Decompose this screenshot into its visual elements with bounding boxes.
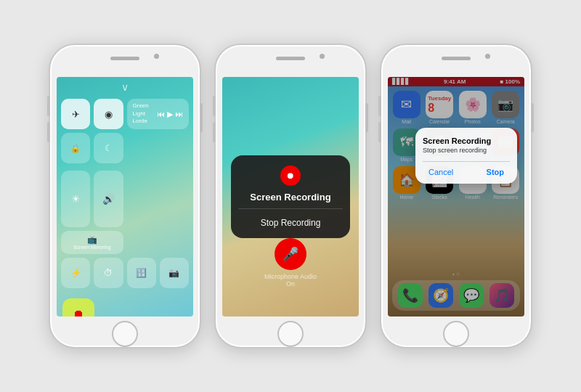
mic-audio-btn[interactable]: 🎤 <box>275 238 306 270</box>
brightness-slider[interactable]: ☀ <box>61 171 90 227</box>
alert-title: Screen Recording <box>423 136 510 145</box>
vol-down-button-3[interactable] <box>378 122 381 142</box>
screen-recording-alert: Screen Recording Stop screen recording C… <box>415 128 517 184</box>
screen-lock-btn[interactable]: 🔒 <box>61 133 90 163</box>
wifi-btn[interactable]: ◉ <box>94 99 123 129</box>
alert-overlay: Screen Recording Stop screen recording C… <box>388 77 524 317</box>
home-screen-bg: ▋▋▋▋ 9:41 AM ■ 100% ✉ Mail Tuesday8 Cale… <box>388 77 524 317</box>
iphone-1-screen: ∨ ✈ ◉ Green Light Lorde ⏮ ▶ ⏭ <box>57 77 193 317</box>
recording-popup: ⏺ Screen Recording Stop Recording <box>231 155 350 238</box>
play-btn[interactable]: ▶ <box>167 110 173 119</box>
alert-cancel-btn[interactable]: Cancel <box>423 166 459 178</box>
home-button-1[interactable] <box>112 321 138 347</box>
popup-divider <box>238 208 343 209</box>
screen-record-btn[interactable]: ⏺ <box>62 298 94 317</box>
iphone-3-screen: ▋▋▋▋ 9:41 AM ■ 100% ✉ Mail Tuesday8 Cale… <box>388 77 524 317</box>
side-button-2[interactable] <box>365 103 368 132</box>
side-button-3[interactable] <box>531 103 534 132</box>
vol-up-button[interactable] <box>47 96 50 116</box>
next-btn[interactable]: ⏭ <box>175 110 183 119</box>
do-not-disturb-btn[interactable]: ☾ <box>94 133 123 163</box>
iphone-2-screen: ⏺ Screen Recording Stop Recording 🎤 Micr… <box>222 77 359 317</box>
camera-btn[interactable]: 📷 <box>160 258 189 288</box>
iphone-3: ▋▋▋▋ 9:41 AM ■ 100% ✉ Mail Tuesday8 Cale… <box>380 44 532 348</box>
alert-divider <box>423 161 510 162</box>
stop-recording-btn[interactable]: Stop Recording <box>261 215 321 231</box>
music-info: Green Light Lorde <box>133 102 158 125</box>
alert-message: Stop screen recording <box>423 147 510 154</box>
home-button-2[interactable] <box>277 321 304 347</box>
screen-recording-bg: ⏺ Screen Recording Stop Recording 🎤 Micr… <box>222 77 359 317</box>
iphone-2: ⏺ Screen Recording Stop Recording 🎤 Micr… <box>214 44 367 348</box>
mic-audio-label: Microphone Audio On <box>264 273 317 287</box>
vol-up-button-2[interactable] <box>213 96 216 116</box>
screen-mirror-label: Screen Mirroring <box>73 245 111 250</box>
iphone-1: ∨ ✈ ◉ Green Light Lorde ⏮ ▶ ⏭ <box>49 44 201 348</box>
prev-btn[interactable]: ⏮ <box>157 110 165 119</box>
side-button[interactable] <box>200 103 203 132</box>
control-center-bg: ∨ ✈ ◉ Green Light Lorde ⏮ ▶ ⏭ <box>57 77 193 317</box>
vol-down-button-2[interactable] <box>213 122 216 142</box>
alert-buttons: Cancel Stop <box>423 166 510 178</box>
calculator-btn[interactable]: 🔢 <box>127 258 156 288</box>
recording-popup-title: Screen Recording <box>250 192 330 203</box>
cc-chevron: ∨ <box>61 81 189 93</box>
music-title: Green Light <box>133 102 158 118</box>
vol-up-button-3[interactable] <box>378 96 381 116</box>
airplane-mode-btn[interactable]: ✈ <box>61 99 90 129</box>
music-artist: Lorde <box>133 118 158 125</box>
timer-btn[interactable]: ⏱ <box>94 258 123 288</box>
music-widget[interactable]: Green Light Lorde ⏮ ▶ ⏭ <box>127 99 190 129</box>
home-button-3[interactable] <box>443 321 469 347</box>
screen-mirror-btn[interactable]: 📺 Screen Mirroring <box>61 231 123 254</box>
vol-down-button[interactable] <box>47 122 50 142</box>
recording-indicator: ⏺ <box>280 166 301 186</box>
alert-stop-btn[interactable]: Stop <box>481 166 510 178</box>
flashlight-btn[interactable]: ⚡ <box>61 258 90 288</box>
volume-slider[interactable]: 🔊 <box>94 171 123 227</box>
